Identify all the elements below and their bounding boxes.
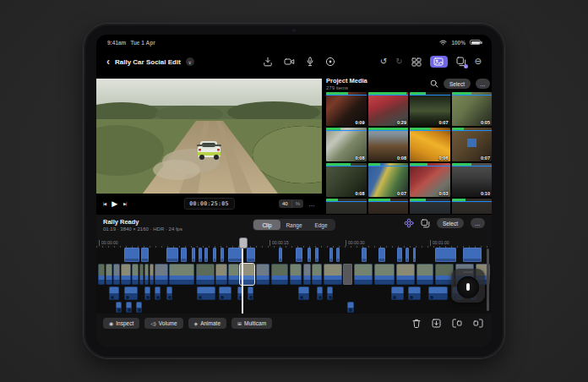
duplicate-icon[interactable] [421, 219, 430, 228]
play-button[interactable]: ▶ [112, 199, 117, 208]
timeline-clip[interactable] [308, 248, 311, 262]
overwrite-icon[interactable] [432, 319, 441, 328]
timeline-clip[interactable] [124, 286, 138, 300]
timeline-clip[interactable] [199, 248, 202, 262]
media-thumbnail[interactable]: 0:29 [368, 92, 409, 126]
multicam-view-icon[interactable] [411, 57, 422, 67]
timeline-clip[interactable] [290, 264, 302, 285]
timeline-clip[interactable] [378, 248, 385, 262]
timecode-display[interactable]: 00:00:25:05 [183, 198, 234, 210]
timeline-clip[interactable] [408, 286, 421, 300]
media-more-button[interactable]: … [476, 79, 490, 89]
timeline-clip[interactable] [220, 248, 224, 262]
timeline-clip[interactable] [406, 248, 409, 262]
mode-button-edge[interactable]: Edge [308, 220, 335, 230]
media-thumbnail[interactable]: 0:07 [410, 92, 450, 126]
redo-icon[interactable]: ↻ [395, 57, 402, 66]
media-thumbnail[interactable]: 0:07 [368, 163, 409, 197]
append-icon[interactable] [473, 319, 483, 328]
inspect-button[interactable]: ◉Inspect [103, 318, 139, 329]
timeline-clip[interactable] [136, 302, 142, 313]
timeline-clip[interactable] [435, 248, 456, 262]
timeline-clip[interactable] [196, 264, 215, 285]
media-thumbnail[interactable]: 0:08 [326, 163, 367, 197]
timeline-clip[interactable] [312, 264, 322, 285]
mic-icon[interactable] [306, 57, 314, 67]
timeline-scrollbar[interactable] [487, 248, 489, 311]
timeline-clip[interactable] [141, 248, 149, 262]
timeline-clip[interactable] [98, 264, 105, 285]
media-browser-button[interactable] [430, 56, 448, 68]
trash-icon[interactable] [412, 319, 421, 328]
timeline-clip[interactable] [298, 286, 309, 300]
timeline-clip[interactable] [228, 264, 239, 285]
undo-icon[interactable]: ↺ [380, 57, 387, 66]
timeline-clip[interactable] [362, 248, 367, 262]
timeline-clip[interactable] [397, 248, 402, 262]
media-thumbnail[interactable]: 0:08 [326, 128, 367, 161]
timeline-clip[interactable] [181, 248, 187, 262]
media-thumbnail[interactable]: 0:07 [452, 128, 493, 161]
timeline-clip[interactable] [324, 264, 342, 285]
viewer-more-button[interactable]: … [308, 200, 316, 208]
next-frame-button[interactable]: ▶| [123, 201, 126, 206]
jog-wheel[interactable] [451, 269, 485, 303]
timeline-clip[interactable] [329, 248, 333, 262]
timeline-more-button[interactable]: … [471, 218, 485, 228]
timeline-clip[interactable] [416, 264, 433, 285]
timeline-select-button[interactable]: Select [437, 218, 464, 228]
timeline-clip[interactable] [396, 264, 415, 285]
media-thumbnail[interactable] [326, 199, 367, 214]
timeline-clip[interactable] [126, 302, 132, 313]
mode-button-clip[interactable]: Clip [253, 220, 280, 230]
timeline-clip[interactable] [106, 264, 112, 285]
timeline-clip[interactable] [327, 286, 333, 300]
hide-interface-icon[interactable]: ⊖ [475, 57, 482, 66]
viewer-video[interactable] [96, 79, 322, 194]
timeline-clip[interactable] [197, 286, 215, 300]
viewer-zoom-control[interactable]: 40 % [279, 199, 303, 208]
import-icon[interactable] [263, 57, 273, 67]
media-thumbnail[interactable]: 0:08 [368, 128, 409, 161]
volume-button[interactable]: ◁)Volume [144, 318, 182, 329]
voiceover-icon[interactable] [325, 57, 335, 67]
timeline-clip[interactable] [428, 286, 448, 300]
timeline-clip[interactable] [315, 248, 318, 262]
timeline-clip[interactable] [109, 286, 119, 300]
search-icon[interactable] [430, 79, 438, 88]
timeline-clip[interactable] [192, 248, 195, 262]
timeline-clip[interactable] [248, 286, 253, 300]
timeline-clip[interactable] [155, 286, 161, 300]
enhance-icon[interactable] [404, 218, 414, 228]
media-thumbnail[interactable]: 0:03 [410, 163, 450, 197]
timeline-clip[interactable] [132, 264, 139, 285]
insert-icon[interactable] [452, 319, 462, 328]
timeline-clip[interactable] [169, 264, 194, 285]
timeline-clip[interactable] [204, 248, 208, 262]
timeline-clip[interactable] [354, 264, 373, 285]
timeline-clip[interactable] [247, 248, 255, 262]
back-button[interactable]: ‹ [106, 57, 110, 66]
timeline-clip[interactable] [116, 302, 122, 313]
media-thumbnail[interactable] [410, 199, 450, 214]
timeline-clip[interactable] [139, 264, 144, 285]
timeline-clip[interactable] [124, 248, 139, 262]
timeline-clip[interactable] [303, 264, 311, 285]
timeline-tracks[interactable] [96, 248, 492, 314]
timeline-clip[interactable] [463, 248, 482, 262]
timeline-clip[interactable] [219, 286, 231, 300]
timeline-clip[interactable] [215, 264, 227, 285]
timeline-ruler[interactable]: 00:00:0000:00:1500:00:3000:01:00 [96, 240, 492, 248]
media-thumbnail[interactable]: 0:05 [452, 92, 493, 126]
timeline-clip[interactable] [391, 286, 404, 300]
timeline-clip[interactable] [347, 302, 354, 313]
timeline-clip[interactable] [374, 264, 395, 285]
timeline-clip[interactable] [150, 264, 154, 285]
media-thumbnail[interactable] [368, 199, 409, 214]
timeline-clip[interactable] [144, 286, 150, 300]
timeline-clip[interactable] [279, 248, 282, 262]
jog-wheel-handle[interactable] [466, 283, 470, 291]
timeline-clip[interactable] [166, 248, 178, 262]
media-thumbnail[interactable]: 0:06 [410, 128, 450, 161]
media-thumbnail[interactable]: 0:10 [452, 163, 493, 197]
